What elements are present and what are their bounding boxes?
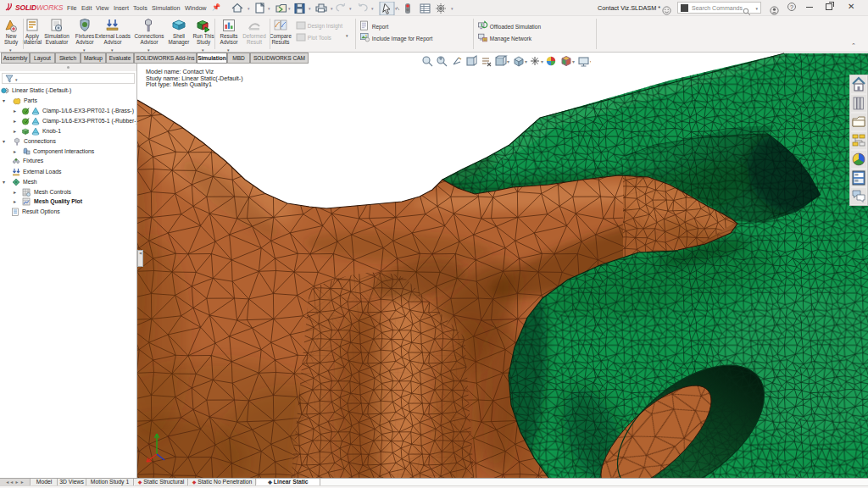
svg-text:▾: ▾ <box>349 6 352 11</box>
svg-text:▾: ▾ <box>395 6 398 11</box>
svg-text:▾: ▾ <box>541 59 543 64</box>
svg-text:▾: ▾ <box>507 59 509 64</box>
svg-text:▾: ▾ <box>248 6 250 11</box>
svg-text:▾: ▾ <box>268 6 270 11</box>
svg-text:▾: ▾ <box>451 6 453 11</box>
svg-text:▾: ▾ <box>331 6 333 11</box>
svg-text:▾: ▾ <box>590 59 591 64</box>
svg-text:▾: ▾ <box>371 6 374 11</box>
svg-text:▾: ▾ <box>288 6 291 11</box>
svg-text:▾: ▾ <box>572 59 575 64</box>
svg-text:▾: ▾ <box>309 6 311 11</box>
svg-text:▾: ▾ <box>525 59 527 64</box>
